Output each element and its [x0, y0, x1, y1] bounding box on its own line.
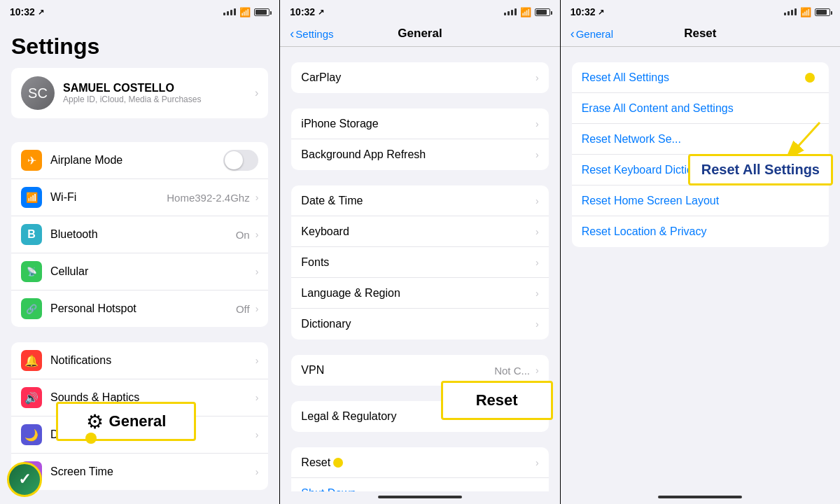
hotspot-label: Personal Hotspot — [50, 302, 236, 315]
reset-homescreen-item[interactable]: Reset Home Screen Layout — [572, 186, 829, 216]
legal-chevron: › — [536, 411, 539, 422]
wifi-value: Home392-2.4Ghz — [167, 192, 249, 204]
legal-item[interactable]: Legal & Regulatory › — [291, 401, 548, 432]
vpn-item[interactable]: VPN Not C... › — [291, 355, 548, 386]
settings-panel: 10:32 ↗ 📶 Settings SC SAMUEL COSTELLO Ap… — [0, 0, 279, 504]
time-3: 10:32 — [570, 6, 596, 18]
shutdown-item[interactable]: Shut Down — [291, 478, 548, 491]
legal-label: Legal & Regulatory — [301, 410, 536, 423]
airplane-toggle[interactable] — [223, 150, 258, 171]
avatar: SC — [21, 76, 55, 110]
vpn-group: VPN Not C... › — [291, 355, 548, 386]
settings-item-sounds[interactable]: 🔊 Sounds & Haptics › — [11, 379, 268, 416]
settings-item-dnd[interactable]: 🌙 Do Not Disturb › — [11, 416, 268, 454]
reset-nav: ‹ General Reset — [561, 22, 840, 47]
fonts-item[interactable]: Fonts › — [291, 247, 548, 278]
battery-3 — [815, 8, 830, 16]
settings-header: Settings SC SAMUEL COSTELLO Apple ID, iC… — [0, 22, 279, 127]
vpn-chevron: › — [536, 365, 539, 376]
carplay-group: CarPlay › — [291, 62, 548, 93]
erase-all-label: Erase All Content and Settings — [582, 102, 734, 115]
reset-all-settings-label: Reset All Settings — [582, 71, 669, 84]
iphone-storage-item[interactable]: iPhone Storage › — [291, 108, 548, 139]
battery-1 — [254, 8, 270, 16]
settings-content: ✈ Airplane Mode 📶 Wi-Fi Home392-2.4Ghz ›… — [0, 127, 279, 504]
reset-network-label: Reset Network Se... — [582, 133, 681, 146]
home-indicator-3 — [658, 496, 742, 498]
dnd-chevron: › — [255, 429, 259, 440]
profile-row[interactable]: SC SAMUEL COSTELLO Apple ID, iCloud, Med… — [11, 68, 268, 118]
back-chevron-2: ‹ — [570, 27, 575, 41]
reset-keyboard-item[interactable]: Reset Keyboard Dictionary — [572, 155, 829, 186]
keyboard-item[interactable]: Keyboard › — [291, 216, 548, 247]
carplay-item[interactable]: CarPlay › — [291, 62, 548, 93]
storage-section: iPhone Storage › Background App Refresh … — [280, 108, 559, 170]
time-2: 10:32 — [290, 6, 315, 18]
cellular-icon: 📡 — [21, 261, 42, 282]
settings-item-notifications[interactable]: 🔔 Notifications › — [11, 342, 268, 379]
settings-item-wifi[interactable]: 📶 Wi-Fi Home392-2.4Ghz › — [11, 179, 268, 216]
reset-all-settings-item[interactable]: Reset All Settings — [572, 62, 829, 93]
datetime-item[interactable]: Date & Time › — [291, 186, 548, 216]
hotspot-value: Off — [236, 303, 250, 315]
shutdown-label: Shut Down — [301, 487, 538, 491]
reset-location-label: Reset Location & Privacy — [582, 225, 707, 238]
reset-all-dot — [805, 73, 815, 83]
status-bar-2: 10:32 ↗ 📶 — [280, 0, 559, 22]
settings-item-hotspot[interactable]: 🔗 Personal Hotspot Off › — [11, 290, 268, 327]
settings-item-screentime[interactable]: ⏱ Screen Time › — [11, 454, 268, 490]
bluetooth-icon: B — [21, 224, 42, 245]
wifi-label: Wi-Fi — [50, 191, 167, 204]
profile-name: SAMUEL COSTELLO — [63, 82, 201, 94]
reset-content: Reset All Settings Erase All Content and… — [561, 47, 840, 491]
dnd-label: Do Not Disturb — [50, 428, 255, 441]
notifications-icon: 🔔 — [21, 350, 42, 371]
dnd-icon: 🌙 — [21, 424, 42, 445]
connectivity-group: ✈ Airplane Mode 📶 Wi-Fi Home392-2.4Ghz ›… — [11, 142, 268, 327]
general-back-button[interactable]: ‹ General — [570, 27, 613, 41]
reset-chevron: › — [536, 457, 539, 468]
reset-panel: 10:32 ↗ 📶 ‹ General Reset — [561, 0, 840, 504]
screentime-icon: ⏱ — [21, 461, 42, 482]
wifi-chevron: › — [255, 192, 259, 203]
keyboard-label: Keyboard — [301, 225, 536, 238]
settings-item-airplane[interactable]: ✈ Airplane Mode — [11, 142, 268, 179]
profile-info: SAMUEL COSTELLO Apple ID, iCloud, Media … — [63, 82, 201, 104]
battery-2 — [535, 8, 550, 16]
section-alerts: 🔔 Notifications › 🔊 Sounds & Haptics › 🌙… — [11, 342, 268, 490]
reset-homescreen-label: Reset Home Screen Layout — [582, 195, 720, 207]
signal-1 — [223, 8, 236, 15]
reset-location-item[interactable]: Reset Location & Privacy — [572, 216, 829, 247]
time-1: 10:32 — [10, 6, 35, 18]
settings-back-button[interactable]: ‹ Settings — [290, 27, 333, 41]
erase-all-item[interactable]: Erase All Content and Settings — [572, 93, 829, 124]
reset-label: Reset — [301, 456, 536, 469]
reset-nav-title: Reset — [684, 27, 716, 41]
status-bar-1: 10:32 ↗ 📶 — [0, 0, 279, 22]
settings-item-cellular[interactable]: 📡 Cellular › — [11, 253, 268, 290]
vpn-value: Not C... — [494, 365, 530, 377]
reset-network-item[interactable]: Reset Network Se... — [572, 124, 829, 155]
language-item[interactable]: Language & Region › — [291, 278, 548, 309]
datetime-group: Date & Time › Keyboard › Fonts › Languag… — [291, 186, 548, 340]
notifications-label: Notifications — [50, 354, 255, 367]
signal-3 — [784, 8, 797, 15]
settings-item-bluetooth[interactable]: B Bluetooth On › — [11, 216, 268, 253]
reset-section: Reset › Shut Down — [280, 447, 559, 491]
reset-item[interactable]: Reset › — [291, 447, 548, 478]
carplay-label: CarPlay — [301, 71, 536, 84]
carplay-chevron: › — [536, 72, 539, 83]
dictionary-item[interactable]: Dictionary › — [291, 309, 548, 340]
bg-refresh-chevron: › — [536, 149, 539, 160]
sounds-chevron: › — [255, 392, 259, 403]
bg-refresh-item[interactable]: Background App Refresh › — [291, 139, 548, 170]
back-chevron-1: ‹ — [290, 27, 294, 41]
vpn-section: VPN Not C... › — [280, 355, 559, 386]
fonts-chevron: › — [536, 257, 539, 268]
section-connectivity: ✈ Airplane Mode 📶 Wi-Fi Home392-2.4Ghz ›… — [11, 142, 268, 327]
wifi-icon-2: 📶 — [520, 7, 531, 18]
sounds-label: Sounds & Haptics — [50, 391, 255, 404]
datetime-chevron: › — [536, 195, 539, 206]
bluetooth-chevron: › — [255, 229, 259, 240]
location-icon-2: ↗ — [318, 8, 324, 17]
